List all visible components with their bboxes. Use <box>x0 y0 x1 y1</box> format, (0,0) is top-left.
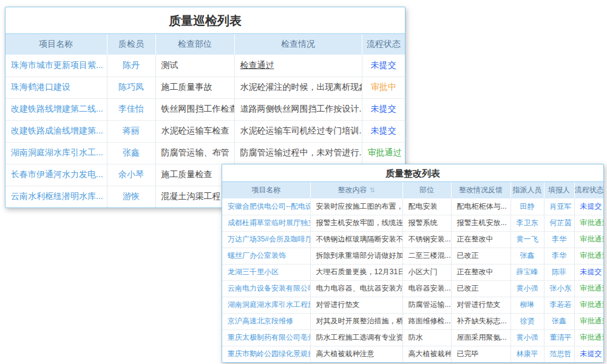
project-cell: 成都杜甫草堂临时展厅独立展... <box>222 215 310 231</box>
reporter-cell: 李华 <box>544 248 574 264</box>
assignee-link[interactable]: 薛宝峰 <box>517 268 538 276</box>
inspector-link[interactable]: 余小琴 <box>118 169 144 179</box>
status-badge: 审批中 <box>371 82 396 92</box>
assignee-link[interactable]: 黄小强 <box>517 284 538 292</box>
inspector-link[interactable]: 陈丹 <box>123 60 140 70</box>
inspection-table-header: 项目名称质检员检查部位检查情况流程状态 <box>5 34 405 55</box>
assignee-link[interactable]: 黄小强 <box>517 333 538 342</box>
reporter-cell: 李华 <box>544 231 574 248</box>
feedback-cell: 配电柜柜体与... <box>451 198 510 215</box>
inspector-link[interactable]: 蒋丽 <box>123 126 140 135</box>
project-cell: 万达广场35#会所及咖啡厅空... <box>222 231 310 248</box>
status-badge: 审批通过 <box>580 235 604 243</box>
reporter-link[interactable]: 李华 <box>552 235 566 243</box>
project-link[interactable]: 长春市伊通河水力发电... <box>11 169 103 179</box>
inspector-link[interactable]: 张鑫 <box>123 147 140 157</box>
column-label-status: 流程状态 <box>367 39 401 49</box>
project-link[interactable]: 京沪高速北京段维修 <box>228 317 293 325</box>
assignee-link[interactable]: 张鑫 <box>520 251 535 260</box>
project-link[interactable]: 改建铁路成渝线增建第... <box>11 126 103 135</box>
status-cell: 审批通过 <box>574 297 603 313</box>
column-label-feedback: 整改情况反馈 <box>459 186 503 194</box>
reporter-link[interactable]: 范思哲 <box>550 349 572 358</box>
part-cell: 二至三楼混... <box>402 248 451 264</box>
inspector-link[interactable]: 陈巧凤 <box>118 82 144 92</box>
status-badge: 审批通过 <box>580 300 604 309</box>
column-header-part: 部位 <box>402 182 451 198</box>
part-cell: 报警系统 <box>402 215 451 231</box>
project-link[interactable]: 珠海鹤港口建设 <box>11 82 70 92</box>
project-cell: 云南电力设备安装有限公司20... <box>222 280 310 297</box>
column-header-content[interactable]: 整改内容⇅ <box>310 182 402 198</box>
project-link[interactable]: 螺丝厂办公室装饰 <box>228 251 286 260</box>
reporter-link[interactable]: 董清平 <box>550 333 572 342</box>
sort-icon[interactable]: ⇅ <box>369 186 375 194</box>
project-link[interactable]: 改建铁路线增建第二线... <box>11 104 103 113</box>
assignee-link[interactable]: 田静 <box>520 202 535 211</box>
column-header-feedback: 整改情况反馈 <box>451 182 510 198</box>
assignee-cell: 柳琳 <box>510 297 544 313</box>
part-cell: 小区大门 <box>402 264 451 280</box>
project-link[interactable]: 云南电力设备安装有限公司20... <box>228 284 310 292</box>
reporter-cell: 董清平 <box>544 329 574 346</box>
part-cell: 防水 <box>402 329 451 346</box>
inspector-cell: 李佳怡 <box>107 98 155 120</box>
content-text: 电力电容器、电抗器安装方案... <box>316 284 403 292</box>
feedback-text: 对管进行垫支 <box>457 300 501 309</box>
reporter-link[interactable]: 李若若 <box>550 300 572 309</box>
status-cell: 审批通过 <box>574 313 603 329</box>
status-badge: 审批通过 <box>580 251 604 260</box>
project-cell: 长春市伊通河水力发电... <box>5 164 107 186</box>
project-link[interactable]: 万达广场35#会所及咖啡厅空... <box>228 235 310 243</box>
assignee-link[interactable]: 黄一飞 <box>517 235 538 243</box>
column-label-project: 项目名称 <box>251 186 280 194</box>
feedback-text: 已完毕 <box>457 349 479 358</box>
assignee-link[interactable]: 林康平 <box>517 349 538 358</box>
assignee-cell: 黄一飞 <box>510 231 544 248</box>
project-link[interactable]: 重庆市鹅岭公园绿化景观提升... <box>228 349 310 358</box>
table-row: 珠海市城市更新项目紫...陈丹测试检查通过未提交 <box>5 55 405 76</box>
assignee-link[interactable]: 柳琳 <box>520 300 535 309</box>
reporter-link[interactable]: 肖亚军 <box>550 202 572 211</box>
project-link[interactable]: 成都杜甫草堂临时展厅独立展... <box>228 218 310 227</box>
table-row: 螺丝厂办公室装饰拆除到承重墙部分请做好加固...二至三楼混...已改正张鑫李华审… <box>222 248 603 264</box>
reporter-cell: 张小东 <box>544 280 574 297</box>
project-link[interactable]: 云南水利枢纽潜明水库... <box>11 191 103 201</box>
situation-text: 水泥砼运输车司机经过专门培训... <box>240 126 362 135</box>
reporter-link[interactable]: 张小东 <box>550 284 572 292</box>
inspector-cell: 蒋丽 <box>107 120 155 142</box>
part-text: 施工质量事故 <box>161 82 212 92</box>
feedback-cell: 对管进行垫支 <box>451 297 510 313</box>
status-cell: 未提交 <box>574 198 603 215</box>
reporter-link[interactable]: 陈菲 <box>552 268 566 276</box>
status-badge: 未提交 <box>580 268 602 276</box>
status-badge: 未提交 <box>371 60 396 70</box>
table-row: 重庆太极制药有限公司亳州中...防水工程施工选调有专业资质...防水屋面采用聚氨… <box>222 329 603 346</box>
assignee-cell: 徐贤 <box>510 313 544 329</box>
assignee-link[interactable]: 李卫东 <box>517 218 538 227</box>
reporter-link[interactable]: 张鑫 <box>552 317 566 325</box>
column-header-status: 流程状态 <box>362 34 405 55</box>
table-row: 湖南洞庭湖水库引水工程施工标对管进行垫支防腐管运输...对管进行垫支柳琳李若若审… <box>222 297 603 313</box>
reporter-link[interactable]: 李华 <box>552 251 566 260</box>
project-link[interactable]: 珠海市城市更新项目紫... <box>11 60 103 70</box>
project-link[interactable]: 湖南洞庭湖水库引水工程施工标 <box>228 300 310 309</box>
project-link[interactable]: 龙湖三千里小区 <box>228 268 279 276</box>
project-link[interactable]: 湖南洞庭湖水库引水工... <box>11 147 103 157</box>
content-cell: 对管进行垫支 <box>310 297 402 313</box>
assignee-link[interactable]: 徐贤 <box>520 317 535 325</box>
column-label-status: 流程状态 <box>575 186 604 194</box>
inspector-link[interactable]: 游恢 <box>123 191 140 201</box>
status-badge: 未提交 <box>580 202 602 211</box>
column-header-inspector: 质检员 <box>107 34 155 55</box>
inspector-link[interactable]: 李佳怡 <box>118 104 144 113</box>
project-link[interactable]: 重庆太极制药有限公司亳州中... <box>228 333 310 342</box>
content-text: 高大植被栽种注意 <box>316 349 375 358</box>
content-cell: 防水工程施工选调有专业资质... <box>310 329 402 346</box>
assignee-cell: 张鑫 <box>510 248 544 264</box>
situation-text: 水泥砼灌注的时候，出现离析现象 <box>240 82 362 92</box>
reporter-link[interactable]: 何芷茵 <box>550 218 572 227</box>
project-link[interactable]: 安徽合肥供电公司--配电设备... <box>228 202 310 211</box>
part-cell: 施工质量事故 <box>155 76 234 98</box>
content-text: 对其及时开展整治措施，桥头... <box>316 317 403 325</box>
